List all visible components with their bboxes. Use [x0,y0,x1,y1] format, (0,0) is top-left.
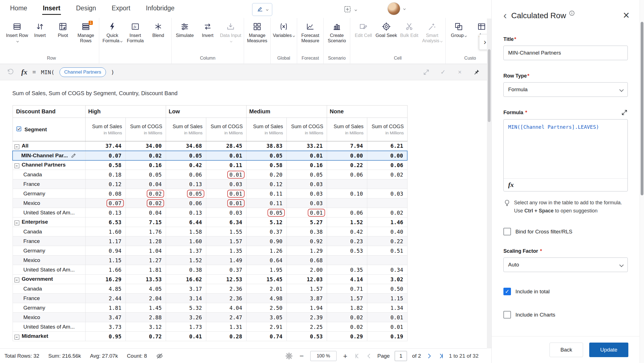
value-cell[interactable]: 0.38 [287,227,327,236]
value-cell[interactable]: 2.01 [246,284,287,294]
value-cell[interactable]: 1.82 [327,303,367,313]
value-cell[interactable]: 1.73 [166,322,206,332]
collapse-icon[interactable]: − [15,335,19,339]
value-cell[interactable]: 0.71 [327,284,367,294]
value-cell[interactable]: 1.81 [126,265,166,275]
value-cell[interactable]: 0.92 [287,236,327,246]
ribbon-button-invert[interactable]: Invert [29,20,51,38]
value-cell[interactable]: 3.12 [126,322,166,332]
tab-home[interactable]: Home [10,3,28,15]
value-cell[interactable]: 15.45 [246,275,287,284]
row-type-select[interactable]: Formula [503,82,628,97]
value-cell[interactable]: 6.53 [85,217,126,227]
value-cell[interactable]: 34.68 [166,141,206,151]
ribbon-button-group[interactable]: Group [447,20,470,38]
title-field-input[interactable] [503,46,628,60]
value-cell[interactable]: 0.08 [85,189,126,198]
value-cell[interactable]: 0.01 [287,151,327,160]
page-scrollbar-thumb[interactable] [641,22,643,195]
zoom-in-button[interactable]: + [342,352,349,360]
value-cell[interactable]: 34.00 [126,141,166,151]
row-label[interactable]: United States of Am... [13,322,85,332]
back-chevron-icon[interactable]: ‹ [503,11,507,21]
value-cell[interactable]: 0.22 [327,160,367,170]
value-cell[interactable]: 0.02 [327,313,367,322]
value-cell[interactable] [327,198,367,208]
value-cell[interactable]: 0.41 [166,332,206,341]
value-cell[interactable]: 1.49 [206,256,246,265]
last-page-button[interactable] [438,353,444,359]
value-cell[interactable]: 3.26 [166,313,206,322]
next-page-button[interactable] [426,353,433,359]
value-cell[interactable]: 1.35 [206,246,246,256]
value-cell[interactable]: 0.34 [367,265,407,275]
value-cell[interactable]: 0.06 [166,170,206,179]
band-header-high[interactable]: High [85,106,166,118]
value-cell[interactable]: 0.06 [327,170,367,179]
value-cell[interactable]: 5.32 [166,303,206,313]
value-cell[interactable]: 0.42 [327,227,367,236]
value-cell[interactable]: 0.90 [246,236,287,246]
edit-mode-button[interactable] [252,3,272,16]
value-cell[interactable]: 1.52 [166,256,206,265]
value-cell[interactable]: 0.06 [327,208,367,217]
value-cell[interactable]: 3.73 [85,322,126,332]
scaling-factor-select[interactable]: Auto [503,257,628,272]
row-label[interactable]: France [13,179,85,189]
row-label[interactable]: Germany [13,189,85,198]
value-cell[interactable]: 0.51 [367,246,407,256]
value-cell[interactable]: 0.58 [246,160,287,170]
value-cell[interactable]: 1.66 [85,265,126,275]
value-cell[interactable]: 2.36 [206,294,246,303]
band-header-low[interactable]: Low [166,106,246,118]
value-cell[interactable]: 16.62 [166,275,206,284]
value-cell[interactable]: 1.15 [85,256,126,265]
row-label[interactable]: −All [13,141,85,151]
value-cell[interactable]: 37.44 [85,141,126,151]
row-label[interactable]: United States of Am... [13,265,85,275]
value-cell[interactable]: 0.05 [166,151,206,160]
value-cell[interactable]: 2.25 [287,322,327,332]
value-cell[interactable]: 0.20 [246,170,287,179]
value-cell[interactable]: 3.02 [367,275,407,284]
value-cell[interactable]: 12.53 [206,275,246,284]
value-cell[interactable]: 0.00 [327,151,367,160]
value-cell[interactable]: 0.03 [206,179,246,189]
value-cell[interactable]: 2.00 [287,265,327,275]
row-label[interactable]: France [13,236,85,246]
value-cell[interactable]: 0.03 [287,189,327,198]
expand-editor-icon[interactable] [621,109,628,116]
value-cell[interactable]: 3.14 [166,294,206,303]
row-label[interactable]: France [13,294,85,303]
row-label[interactable]: MIN-Channel Par... [13,151,85,160]
ribbon-button-manage-measures[interactable]: Manage Measures [246,20,269,43]
apply-check-icon[interactable]: ✓ [439,69,447,76]
value-cell[interactable]: 1.58 [166,227,206,236]
value-cell[interactable]: 1.27 [126,256,166,265]
value-cell[interactable]: 0.06 [166,198,206,208]
collapse-icon[interactable]: − [15,163,19,168]
tab-design[interactable]: Design [75,3,97,15]
value-cell[interactable]: 1.57 [287,284,327,294]
value-cell[interactable]: 6.34 [206,217,246,227]
value-cell[interactable]: 2.39 [287,313,327,322]
ribbon-button-pivot[interactable]: Pivot [51,20,74,38]
value-cell[interactable]: 0.38 [166,265,206,275]
value-cell[interactable]: 0.02 [367,208,407,217]
value-cell[interactable] [327,179,367,189]
row-label[interactable]: Mexico [13,313,85,322]
value-cell[interactable]: 0.04 [126,208,166,217]
value-cell[interactable]: 0.03 [287,198,327,208]
value-cell[interactable]: 0.01 [367,313,407,322]
cancel-x-icon[interactable]: × [456,69,463,76]
value-cell[interactable]: 0.58 [85,160,126,170]
ribbon-button-quick-formula[interactable]: Quick Formula [101,20,124,43]
value-cell[interactable]: 0.01 [287,208,327,217]
row-label[interactable]: Mexico [13,198,85,208]
value-cell[interactable] [327,256,367,265]
edit-pencil-icon[interactable] [71,152,77,158]
measure-header[interactable]: Sum of Salesin Millions [327,118,367,141]
value-cell[interactable]: 1.57 [327,294,367,303]
value-cell[interactable]: 0.11 [246,198,287,208]
value-cell[interactable]: 0.50 [367,284,407,294]
